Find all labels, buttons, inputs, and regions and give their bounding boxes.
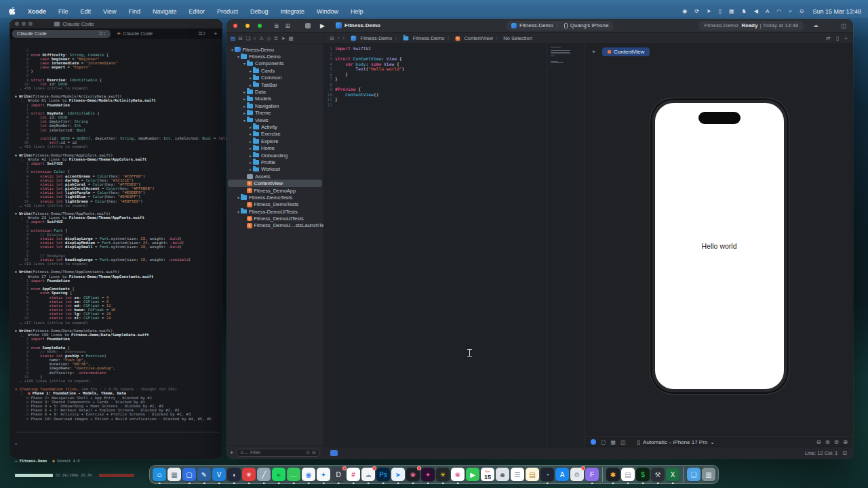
navigator-tab-icon-0[interactable]: ▤ [231, 35, 235, 41]
dock-item-spotify[interactable]: ≈ [272, 468, 285, 481]
navigator-tab-icon-2[interactable]: ❏ [245, 35, 250, 41]
menu-item-product[interactable]: Product [211, 8, 244, 15]
file-tree-item-components[interactable]: ▾Components [228, 60, 322, 67]
forward-button[interactable]: › [342, 35, 344, 41]
editor-activity-chip[interactable] [330, 450, 338, 456]
dock-item-terminal[interactable]: $ [636, 468, 650, 481]
navigator-tab-icon-1[interactable]: ⊟ [239, 35, 243, 41]
xcode-zoom-button[interactable] [258, 24, 262, 28]
file-tree-item-onboarding[interactable]: ▸Onboarding [228, 152, 322, 159]
dock-item-passwords[interactable]: ✱ [606, 468, 620, 481]
navigator-tab-icon-4[interactable]: ⚠ [259, 35, 264, 41]
dock-item-dev-tool[interactable]: ✎ [197, 468, 211, 481]
menu-status-icon-6[interactable]: ◀ [754, 8, 758, 15]
dock-item-photoshop[interactable]: Ps [376, 468, 390, 481]
preview-tab[interactable]: ContentView [602, 47, 650, 56]
file-tree-item-navigation[interactable]: ▸Navigation [228, 102, 322, 109]
dock-item-facetime[interactable]: ▶ [466, 468, 479, 481]
canvas-mode-icon-2[interactable]: ◫ [620, 439, 626, 445]
inspector-toggle-icon[interactable]: ◫ [840, 22, 846, 29]
menu-status-icon-7[interactable]: A [766, 8, 769, 15]
dock-item-photo-booth[interactable]: ☻ [496, 468, 509, 481]
canvas-zoom-icon-1[interactable]: ⊚ [825, 439, 830, 445]
dock-item-chrome[interactable]: ◉ [302, 468, 315, 481]
xcode-close-button[interactable] [233, 24, 237, 28]
canvas-zoom-icon-2[interactable]: ⊜ [834, 439, 839, 445]
dock-item-settings[interactable]: ⚙ [570, 468, 584, 481]
navigator-tab-icon-3[interactable]: ⌕ [254, 35, 256, 42]
editor-header-icon-1[interactable]: ▯ [836, 35, 839, 41]
dock-item-send-app[interactable]: ➤ [391, 468, 405, 481]
menu-item-xcode[interactable]: Xcode [22, 8, 52, 15]
file-tree-item-fitness-demouitests[interactable]: sFitness_DemoUITests [228, 215, 322, 222]
dock-item-lab-app[interactable]: ✦ [421, 468, 435, 481]
scheme-selector[interactable]: Fitness-Demo 〉 Quang's iPhone [507, 21, 613, 30]
canvas-zoom-icon-3[interactable]: ⊕ [843, 439, 848, 445]
file-tree-item-theme[interactable]: ▸Theme [228, 110, 322, 117]
file-tree-item-tabbar[interactable]: ▸TabBar [228, 81, 322, 88]
dock-item-app-store[interactable]: A [555, 468, 569, 481]
menu-status-icon-0[interactable]: ◉ [682, 8, 687, 15]
editor-header-icon-0[interactable]: ⇄ [826, 35, 831, 41]
breadcrumb-item-fitness-demo[interactable]: Fitness-Demo [351, 35, 392, 41]
run-button[interactable]: ▶ [320, 22, 325, 29]
dock-item-night-app[interactable]: ◖ [227, 468, 241, 481]
live-preview-button[interactable] [591, 439, 596, 445]
file-tree-item-fitness-demo[interactable]: ▾Fitness-Demo [228, 46, 322, 53]
dock-item-docs-app[interactable]: F [585, 468, 599, 481]
dock-item-idea-app[interactable]: ☀ [436, 468, 450, 481]
apple-menu[interactable] [7, 7, 18, 16]
breadcrumb-item-contentview[interactable]: sContentView [455, 35, 493, 41]
terminal-tab[interactable]: Claude Code⌘1 [12, 30, 111, 38]
editor-header-icon-2[interactable]: + [844, 35, 848, 41]
dock-item-launchpad[interactable]: ▦ [167, 468, 181, 481]
file-tree-item-contentview[interactable]: sContentView [228, 180, 322, 186]
dock-item-design-app[interactable]: ╱ [257, 468, 271, 481]
menu-item-debug[interactable]: Debug [244, 8, 275, 15]
menu-clock[interactable]: Sun 15 Mar 13:48 [812, 8, 861, 15]
file-tree-item-workout[interactable]: ▸Workout [228, 166, 322, 173]
canvas-zoom-icon-0[interactable]: ⊖ [816, 439, 821, 445]
dock-item-safari[interactable]: ✦ [317, 468, 330, 481]
file-tree-item-fitness-demo[interactable]: ▾Fitness-Demo [228, 53, 322, 60]
activity-status[interactable]: Fitness-Demo: Ready | Today at 13:48 [698, 21, 804, 30]
menu-status-icon-1[interactable]: ⟳ [694, 8, 699, 15]
dock-item-browser-app[interactable]: ▢ [182, 468, 196, 481]
menu-status-icon-5[interactable]: ♞ [742, 8, 747, 15]
canvas-mode-icon-1[interactable]: ▦ [611, 439, 616, 445]
device-selector[interactable]: ▯ Automatic – iPhone 17 Pro ⌄ [637, 439, 715, 445]
terminal-close-button[interactable] [15, 22, 19, 26]
terminal-content[interactable]: 2 3 enum Difficulty: String, Codable { 4… [15, 40, 220, 453]
dock-item-automator[interactable]: ⚒ [651, 468, 665, 481]
file-tree-item-fitness-demotests[interactable]: ▾Fitness-DemoTests [228, 194, 322, 201]
file-tree-item-cards[interactable]: ▸Cards [228, 67, 322, 74]
prompt-input[interactable]: > [15, 442, 220, 447]
file-tree-item-views[interactable]: ▾Views [228, 117, 322, 123]
navigator-tab-icon-7[interactable]: ➤ [281, 35, 285, 41]
file-tree-item-assets[interactable]: Assets [228, 173, 322, 180]
toolbar-icon-0[interactable]: ≣ [274, 22, 279, 29]
file-tree-item-models[interactable]: ▸Models [228, 96, 322, 102]
menu-item-integrate[interactable]: Integrate [275, 8, 311, 15]
menu-status-icon-10[interactable]: ⊙ [800, 8, 804, 15]
breadcrumb-item-no-selection[interactable]: No Selection [503, 35, 532, 41]
cloud-activity-icon[interactable]: ☁ [813, 22, 818, 28]
dock-item-downloads-folder[interactable]: ❏ [687, 468, 701, 481]
menu-status-icon-8[interactable]: ◠ [776, 8, 781, 15]
file-tree-item-fitness-demouitests[interactable]: ▾Fitness-DemoUITests [228, 208, 322, 215]
dock-item-discord[interactable]: D [332, 468, 345, 481]
menu-item-find[interactable]: Find [122, 8, 146, 15]
dock-item-messages[interactable]: … [287, 468, 300, 481]
dock-item-vscode[interactable]: V [212, 468, 226, 481]
dock-item-notes[interactable]: ▤ [526, 468, 539, 481]
menu-status-icon-3[interactable]: ▯ [719, 8, 722, 15]
back-button[interactable]: ‹ [338, 35, 340, 41]
filter-field[interactable]: ⊙⌄ Filter ⊙⊟ [236, 449, 320, 457]
dock-item-trash[interactable]: ▥ [702, 468, 715, 481]
related-items-icon[interactable]: ⊞ [330, 35, 334, 41]
terminal-tab[interactable]: ✳Claude Code⌘2 [112, 30, 210, 38]
menu-status-icon-2[interactable]: ➤ [707, 8, 711, 15]
dock-item-finder[interactable]: ☺ [153, 468, 166, 481]
dock-item-textedit[interactable]: ▤ [621, 468, 635, 481]
pin-preview-icon[interactable]: ⌖ [592, 48, 595, 56]
